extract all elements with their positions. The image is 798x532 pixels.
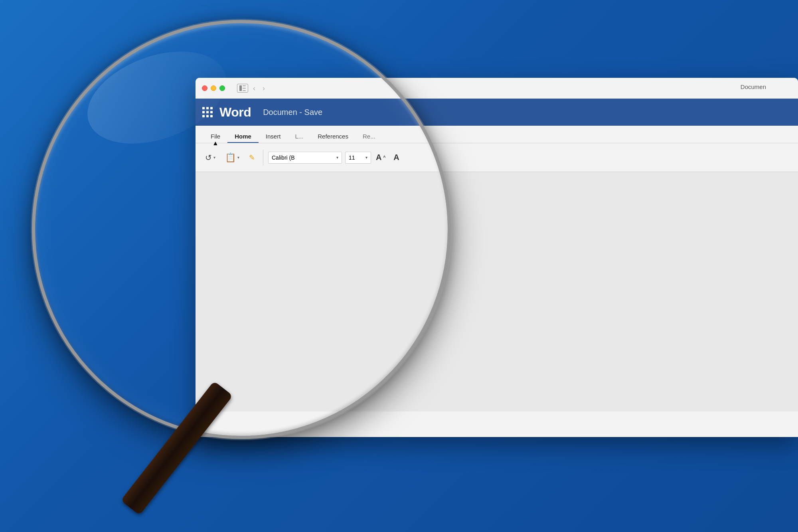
maximize-button[interactable] [219,85,225,91]
undo-button[interactable]: ↺ ▾ [202,151,219,164]
svg-rect-1 [243,85,246,86]
doc-title-label: Documen - Save [263,108,322,117]
svg-rect-3 [243,90,246,91]
font-size-value: 11 [349,154,355,161]
minimize-button[interactable] [211,85,216,91]
tab-file[interactable]: File ▲ [203,130,227,143]
toolbar-divider [263,150,263,166]
undo-icon: ↺ [205,153,212,162]
dot [202,111,205,113]
format-painter-button[interactable]: ✎ [246,152,258,164]
font-shrink-button[interactable]: A [390,151,402,164]
tab-home[interactable]: Home [227,130,259,143]
paste-button[interactable]: 📋 ▾ [222,151,243,164]
tab-layout[interactable]: L... [288,130,310,143]
back-arrow-icon[interactable]: ‹ [251,83,258,93]
dot [202,107,205,109]
undo-dropdown-icon: ▾ [213,155,215,160]
font-name-dropdown-icon: ▾ [336,155,338,160]
dot [206,115,209,117]
ribbon-header: Word Documen - Save [196,99,798,126]
dot [202,115,205,117]
font-name-value: Calibri (B [272,154,295,161]
app-name-label: Word [219,105,251,120]
svg-rect-0 [239,85,242,91]
tab-references[interactable]: References [310,130,356,143]
clipboard-icon: 📋 [225,152,236,163]
forward-arrow-icon[interactable]: › [260,83,267,93]
cursor-icon: ▲ [212,140,219,146]
svg-rect-2 [243,88,246,89]
font-grow-label: A [376,153,381,162]
dot [210,111,213,113]
app-grid-icon[interactable] [196,107,219,117]
title-bar-doc-label: Documen [741,83,766,90]
title-bar-controls: ‹ › [237,83,267,93]
ribbon-tabs: File ▲ Home Insert L... References Re... [196,126,798,143]
grid-dots [202,107,213,117]
dot [210,107,213,109]
tab-insert[interactable]: Insert [259,130,288,143]
title-bar: ‹ › Documen [196,78,798,99]
font-grow-button[interactable]: A ^ [374,152,387,163]
font-name-selector[interactable]: Calibri (B ▾ [268,152,342,164]
dot [210,115,213,117]
ribbon-toolbar: ↺ ▾ 📋 ▾ ✎ Calibri (B ▾ 11 ▾ A ^ [196,143,798,172]
dot [206,111,209,113]
font-size-selector[interactable]: 11 ▾ [345,152,371,164]
traffic-lights [202,85,225,91]
word-window: ‹ › Documen Word Documen - Save File [196,78,798,437]
tab-review[interactable]: Re... [356,130,383,143]
document-area [196,172,798,411]
font-size-dropdown-icon: ▾ [365,155,367,160]
sidebar-toggle-button[interactable] [237,84,248,93]
paste-dropdown-icon: ▾ [237,155,239,160]
format-painter-icon: ✎ [249,153,255,162]
close-button[interactable] [202,85,207,91]
font-shrink-label: A [393,153,399,162]
dot [206,107,209,109]
